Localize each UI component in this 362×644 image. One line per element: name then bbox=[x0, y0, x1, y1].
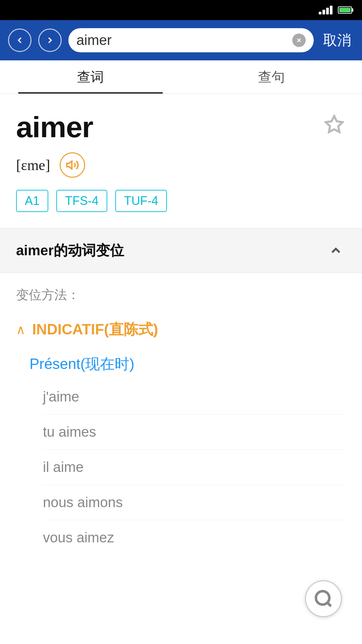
star-icon bbox=[324, 114, 344, 135]
method-label: 变位方法： bbox=[16, 273, 346, 310]
word-header: aimer bbox=[16, 110, 346, 144]
search-fab-icon bbox=[313, 589, 334, 609]
tabs-bar: 查词 查句 bbox=[0, 60, 362, 94]
conjugation-item: tu aimes bbox=[43, 415, 346, 450]
search-bar bbox=[68, 28, 314, 52]
conjugation-item: il aime bbox=[43, 450, 346, 485]
svg-marker-2 bbox=[326, 116, 343, 132]
tense-label[interactable]: Présent(现在时) bbox=[16, 349, 346, 379]
tab-lookup-word[interactable]: 查词 bbox=[0, 60, 181, 94]
nav-bar: 取消 bbox=[0, 20, 362, 60]
chevron-up-icon bbox=[328, 243, 343, 258]
favorite-button[interactable] bbox=[322, 113, 346, 136]
tag-tuf4: TUF-4 bbox=[115, 190, 167, 212]
speaker-icon bbox=[66, 158, 79, 172]
svg-line-5 bbox=[327, 603, 331, 606]
word-section: aimer [εme] A1 TFS-4 TUF-4 bbox=[0, 94, 362, 212]
mood-label[interactable]: INDICATIF(直陈式) bbox=[32, 320, 158, 339]
conjugation-title: aimer的动词变位 bbox=[16, 241, 124, 260]
tags-row: A1 TFS-4 TUF-4 bbox=[16, 190, 346, 212]
conjugation-section: aimer的动词变位 bbox=[0, 228, 362, 273]
mood-chevron-icon: ∧ bbox=[16, 323, 25, 336]
forward-icon bbox=[45, 35, 55, 45]
signal-icon bbox=[319, 6, 333, 14]
phonetic-text: [εme] bbox=[16, 157, 50, 174]
conjugation-item: vous aimez bbox=[43, 520, 346, 555]
svg-point-4 bbox=[316, 591, 329, 605]
cancel-button[interactable]: 取消 bbox=[320, 31, 354, 50]
pronunciation-row: [εme] bbox=[16, 152, 346, 178]
back-icon bbox=[15, 35, 25, 45]
search-clear-button[interactable] bbox=[292, 34, 306, 47]
conjugation-item: j'aime bbox=[43, 379, 346, 415]
tag-a1: A1 bbox=[16, 190, 48, 212]
search-input[interactable] bbox=[76, 32, 288, 48]
search-fab-button[interactable] bbox=[305, 580, 342, 617]
conjugation-content: 变位方法： ∧ INDICATIF(直陈式) Présent(现在时) j'ai… bbox=[0, 273, 362, 555]
battery-icon bbox=[338, 6, 352, 14]
tab-lookup-sentence[interactable]: 查句 bbox=[181, 60, 362, 94]
forward-button[interactable] bbox=[38, 29, 62, 52]
battery-fill bbox=[339, 8, 351, 12]
mood-row: ∧ INDICATIF(直陈式) bbox=[16, 310, 346, 349]
conjugation-toggle-button[interactable] bbox=[326, 240, 346, 261]
status-bar bbox=[0, 0, 362, 20]
back-button[interactable] bbox=[8, 29, 32, 52]
conjugation-list: j'aime tu aimes il aime nous aimons vous… bbox=[16, 379, 346, 555]
conjugation-header: aimer的动词变位 bbox=[0, 228, 362, 273]
conjugation-item: nous aimons bbox=[43, 485, 346, 520]
play-audio-button[interactable] bbox=[60, 152, 85, 178]
tag-tfs4: TFS-4 bbox=[56, 190, 107, 212]
clear-icon bbox=[296, 37, 302, 44]
svg-marker-3 bbox=[67, 161, 72, 169]
word-title: aimer bbox=[16, 110, 93, 144]
